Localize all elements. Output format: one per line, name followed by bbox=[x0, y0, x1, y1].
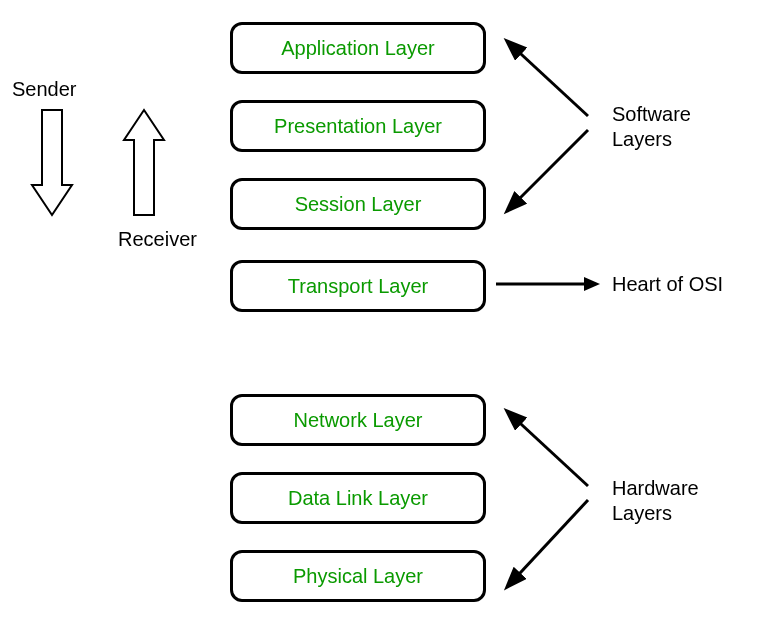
layer-label: Application Layer bbox=[281, 37, 434, 60]
svg-marker-0 bbox=[32, 110, 72, 215]
layer-presentation: Presentation Layer bbox=[230, 100, 486, 152]
layer-label: Network Layer bbox=[294, 409, 423, 432]
layer-label: Session Layer bbox=[295, 193, 422, 216]
layer-datalink: Data Link Layer bbox=[230, 472, 486, 524]
layer-label: Data Link Layer bbox=[288, 487, 428, 510]
sender-label: Sender bbox=[12, 78, 77, 101]
svg-line-6 bbox=[508, 412, 588, 486]
layer-label: Transport Layer bbox=[288, 275, 428, 298]
hardware-bracket-icon bbox=[490, 400, 620, 610]
layer-label: Physical Layer bbox=[293, 565, 423, 588]
software-bracket-icon bbox=[490, 30, 620, 230]
layer-physical: Physical Layer bbox=[230, 550, 486, 602]
up-arrow-icon bbox=[124, 110, 164, 215]
svg-marker-5 bbox=[584, 277, 600, 291]
heart-arrow-icon bbox=[490, 272, 610, 296]
svg-line-2 bbox=[508, 42, 588, 116]
down-arrow-icon bbox=[32, 110, 72, 215]
layer-network: Network Layer bbox=[230, 394, 486, 446]
heart-of-osi-label: Heart of OSI bbox=[612, 272, 723, 297]
software-layers-label: Software Layers bbox=[612, 102, 691, 152]
layer-transport: Transport Layer bbox=[230, 260, 486, 312]
layer-label: Presentation Layer bbox=[274, 115, 442, 138]
svg-line-7 bbox=[508, 500, 588, 586]
text-line: Software bbox=[612, 103, 691, 125]
svg-line-3 bbox=[508, 130, 588, 210]
hardware-layers-label: Hardware Layers bbox=[612, 476, 699, 526]
layer-session: Session Layer bbox=[230, 178, 486, 230]
receiver-label: Receiver bbox=[118, 228, 197, 251]
text-line: Layers bbox=[612, 128, 672, 150]
osi-diagram: Application Layer Presentation Layer Ses… bbox=[0, 0, 781, 638]
text-line: Layers bbox=[612, 502, 672, 524]
text-line: Hardware bbox=[612, 477, 699, 499]
svg-marker-1 bbox=[124, 110, 164, 215]
layer-application: Application Layer bbox=[230, 22, 486, 74]
